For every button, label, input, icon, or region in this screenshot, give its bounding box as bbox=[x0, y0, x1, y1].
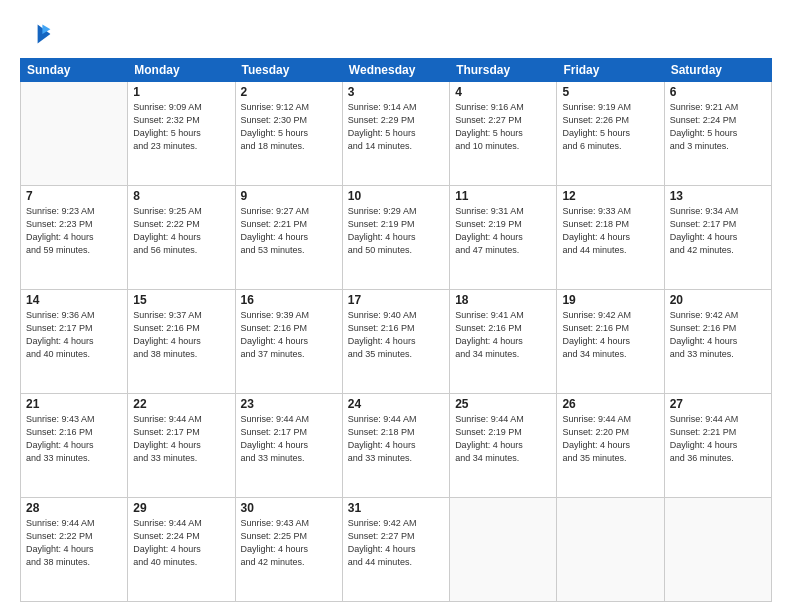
day-number: 11 bbox=[455, 189, 551, 203]
calendar-cell: 29Sunrise: 9:44 AM Sunset: 2:24 PM Dayli… bbox=[128, 498, 235, 602]
calendar-cell: 14Sunrise: 9:36 AM Sunset: 2:17 PM Dayli… bbox=[21, 290, 128, 394]
logo-icon bbox=[20, 18, 52, 50]
day-info: Sunrise: 9:42 AM Sunset: 2:27 PM Dayligh… bbox=[348, 517, 444, 569]
day-number: 22 bbox=[133, 397, 229, 411]
day-info: Sunrise: 9:09 AM Sunset: 2:32 PM Dayligh… bbox=[133, 101, 229, 153]
weekday-header-saturday: Saturday bbox=[664, 59, 771, 82]
day-info: Sunrise: 9:14 AM Sunset: 2:29 PM Dayligh… bbox=[348, 101, 444, 153]
day-info: Sunrise: 9:44 AM Sunset: 2:20 PM Dayligh… bbox=[562, 413, 658, 465]
calendar-cell: 4Sunrise: 9:16 AM Sunset: 2:27 PM Daylig… bbox=[450, 82, 557, 186]
calendar-cell: 30Sunrise: 9:43 AM Sunset: 2:25 PM Dayli… bbox=[235, 498, 342, 602]
day-number: 2 bbox=[241, 85, 337, 99]
calendar-cell: 25Sunrise: 9:44 AM Sunset: 2:19 PM Dayli… bbox=[450, 394, 557, 498]
day-number: 28 bbox=[26, 501, 122, 515]
calendar-cell: 5Sunrise: 9:19 AM Sunset: 2:26 PM Daylig… bbox=[557, 82, 664, 186]
calendar-week-2: 7Sunrise: 9:23 AM Sunset: 2:23 PM Daylig… bbox=[21, 186, 772, 290]
day-info: Sunrise: 9:44 AM Sunset: 2:17 PM Dayligh… bbox=[133, 413, 229, 465]
day-info: Sunrise: 9:29 AM Sunset: 2:19 PM Dayligh… bbox=[348, 205, 444, 257]
calendar-cell: 2Sunrise: 9:12 AM Sunset: 2:30 PM Daylig… bbox=[235, 82, 342, 186]
page: SundayMondayTuesdayWednesdayThursdayFrid… bbox=[0, 0, 792, 612]
calendar-cell: 12Sunrise: 9:33 AM Sunset: 2:18 PM Dayli… bbox=[557, 186, 664, 290]
calendar-cell: 6Sunrise: 9:21 AM Sunset: 2:24 PM Daylig… bbox=[664, 82, 771, 186]
day-info: Sunrise: 9:19 AM Sunset: 2:26 PM Dayligh… bbox=[562, 101, 658, 153]
calendar-cell: 8Sunrise: 9:25 AM Sunset: 2:22 PM Daylig… bbox=[128, 186, 235, 290]
day-info: Sunrise: 9:44 AM Sunset: 2:24 PM Dayligh… bbox=[133, 517, 229, 569]
day-number: 18 bbox=[455, 293, 551, 307]
day-info: Sunrise: 9:40 AM Sunset: 2:16 PM Dayligh… bbox=[348, 309, 444, 361]
calendar-cell bbox=[664, 498, 771, 602]
calendar-cell: 3Sunrise: 9:14 AM Sunset: 2:29 PM Daylig… bbox=[342, 82, 449, 186]
day-number: 23 bbox=[241, 397, 337, 411]
calendar-cell bbox=[450, 498, 557, 602]
calendar-cell: 22Sunrise: 9:44 AM Sunset: 2:17 PM Dayli… bbox=[128, 394, 235, 498]
day-number: 16 bbox=[241, 293, 337, 307]
calendar-week-5: 28Sunrise: 9:44 AM Sunset: 2:22 PM Dayli… bbox=[21, 498, 772, 602]
calendar-cell: 16Sunrise: 9:39 AM Sunset: 2:16 PM Dayli… bbox=[235, 290, 342, 394]
logo bbox=[20, 18, 58, 50]
day-info: Sunrise: 9:42 AM Sunset: 2:16 PM Dayligh… bbox=[670, 309, 766, 361]
day-number: 5 bbox=[562, 85, 658, 99]
day-info: Sunrise: 9:37 AM Sunset: 2:16 PM Dayligh… bbox=[133, 309, 229, 361]
day-number: 30 bbox=[241, 501, 337, 515]
weekday-header-thursday: Thursday bbox=[450, 59, 557, 82]
day-info: Sunrise: 9:25 AM Sunset: 2:22 PM Dayligh… bbox=[133, 205, 229, 257]
calendar-header: SundayMondayTuesdayWednesdayThursdayFrid… bbox=[21, 59, 772, 82]
weekday-header-wednesday: Wednesday bbox=[342, 59, 449, 82]
day-number: 6 bbox=[670, 85, 766, 99]
day-info: Sunrise: 9:43 AM Sunset: 2:25 PM Dayligh… bbox=[241, 517, 337, 569]
calendar-cell: 17Sunrise: 9:40 AM Sunset: 2:16 PM Dayli… bbox=[342, 290, 449, 394]
day-info: Sunrise: 9:36 AM Sunset: 2:17 PM Dayligh… bbox=[26, 309, 122, 361]
calendar-cell: 24Sunrise: 9:44 AM Sunset: 2:18 PM Dayli… bbox=[342, 394, 449, 498]
day-info: Sunrise: 9:27 AM Sunset: 2:21 PM Dayligh… bbox=[241, 205, 337, 257]
day-info: Sunrise: 9:44 AM Sunset: 2:17 PM Dayligh… bbox=[241, 413, 337, 465]
day-number: 31 bbox=[348, 501, 444, 515]
day-number: 9 bbox=[241, 189, 337, 203]
calendar-cell: 26Sunrise: 9:44 AM Sunset: 2:20 PM Dayli… bbox=[557, 394, 664, 498]
day-info: Sunrise: 9:23 AM Sunset: 2:23 PM Dayligh… bbox=[26, 205, 122, 257]
day-number: 12 bbox=[562, 189, 658, 203]
weekday-header-friday: Friday bbox=[557, 59, 664, 82]
calendar-week-4: 21Sunrise: 9:43 AM Sunset: 2:16 PM Dayli… bbox=[21, 394, 772, 498]
weekday-row: SundayMondayTuesdayWednesdayThursdayFrid… bbox=[21, 59, 772, 82]
calendar-cell bbox=[557, 498, 664, 602]
calendar-cell: 13Sunrise: 9:34 AM Sunset: 2:17 PM Dayli… bbox=[664, 186, 771, 290]
day-number: 15 bbox=[133, 293, 229, 307]
calendar-cell: 1Sunrise: 9:09 AM Sunset: 2:32 PM Daylig… bbox=[128, 82, 235, 186]
day-number: 3 bbox=[348, 85, 444, 99]
day-number: 24 bbox=[348, 397, 444, 411]
day-number: 14 bbox=[26, 293, 122, 307]
calendar-cell: 23Sunrise: 9:44 AM Sunset: 2:17 PM Dayli… bbox=[235, 394, 342, 498]
calendar-cell: 10Sunrise: 9:29 AM Sunset: 2:19 PM Dayli… bbox=[342, 186, 449, 290]
calendar-week-1: 1Sunrise: 9:09 AM Sunset: 2:32 PM Daylig… bbox=[21, 82, 772, 186]
day-info: Sunrise: 9:31 AM Sunset: 2:19 PM Dayligh… bbox=[455, 205, 551, 257]
day-number: 27 bbox=[670, 397, 766, 411]
day-info: Sunrise: 9:44 AM Sunset: 2:18 PM Dayligh… bbox=[348, 413, 444, 465]
day-number: 25 bbox=[455, 397, 551, 411]
day-number: 4 bbox=[455, 85, 551, 99]
day-info: Sunrise: 9:21 AM Sunset: 2:24 PM Dayligh… bbox=[670, 101, 766, 153]
day-number: 20 bbox=[670, 293, 766, 307]
calendar-cell: 11Sunrise: 9:31 AM Sunset: 2:19 PM Dayli… bbox=[450, 186, 557, 290]
calendar-cell: 27Sunrise: 9:44 AM Sunset: 2:21 PM Dayli… bbox=[664, 394, 771, 498]
day-number: 26 bbox=[562, 397, 658, 411]
day-info: Sunrise: 9:44 AM Sunset: 2:22 PM Dayligh… bbox=[26, 517, 122, 569]
calendar-cell: 21Sunrise: 9:43 AM Sunset: 2:16 PM Dayli… bbox=[21, 394, 128, 498]
weekday-header-sunday: Sunday bbox=[21, 59, 128, 82]
day-number: 10 bbox=[348, 189, 444, 203]
day-number: 7 bbox=[26, 189, 122, 203]
day-info: Sunrise: 9:41 AM Sunset: 2:16 PM Dayligh… bbox=[455, 309, 551, 361]
calendar-cell: 9Sunrise: 9:27 AM Sunset: 2:21 PM Daylig… bbox=[235, 186, 342, 290]
day-number: 19 bbox=[562, 293, 658, 307]
header bbox=[20, 18, 772, 50]
calendar-cell bbox=[21, 82, 128, 186]
day-info: Sunrise: 9:44 AM Sunset: 2:19 PM Dayligh… bbox=[455, 413, 551, 465]
day-info: Sunrise: 9:39 AM Sunset: 2:16 PM Dayligh… bbox=[241, 309, 337, 361]
calendar-cell: 28Sunrise: 9:44 AM Sunset: 2:22 PM Dayli… bbox=[21, 498, 128, 602]
calendar-cell: 15Sunrise: 9:37 AM Sunset: 2:16 PM Dayli… bbox=[128, 290, 235, 394]
day-info: Sunrise: 9:16 AM Sunset: 2:27 PM Dayligh… bbox=[455, 101, 551, 153]
weekday-header-monday: Monday bbox=[128, 59, 235, 82]
calendar-cell: 7Sunrise: 9:23 AM Sunset: 2:23 PM Daylig… bbox=[21, 186, 128, 290]
calendar-body: 1Sunrise: 9:09 AM Sunset: 2:32 PM Daylig… bbox=[21, 82, 772, 602]
day-number: 17 bbox=[348, 293, 444, 307]
day-info: Sunrise: 9:12 AM Sunset: 2:30 PM Dayligh… bbox=[241, 101, 337, 153]
